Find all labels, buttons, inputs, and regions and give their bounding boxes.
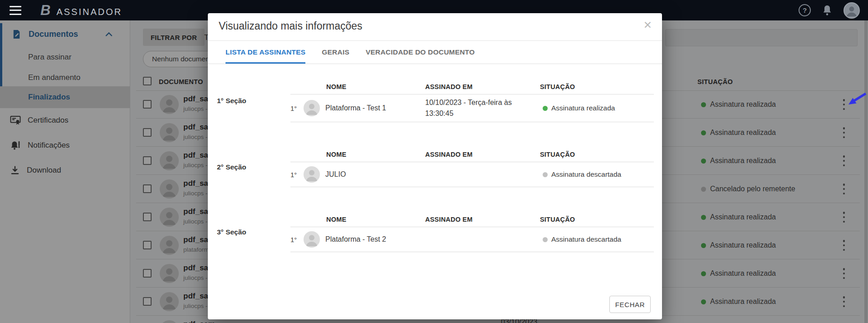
status-dot: [543, 172, 548, 177]
signer-avatar: [304, 166, 320, 183]
status-dot: [543, 237, 548, 242]
signer-row: 1° JULIO Assinatura descartada: [290, 162, 654, 187]
tab-lista-de-assinantes[interactable]: LISTA DE ASSINANTES: [226, 41, 305, 64]
signer-order: 1°: [290, 104, 302, 112]
col-header-assinado-em: ASSINADO EM: [425, 151, 540, 158]
signer-section: 3° Seção NOME ASSINADO EM SITUAÇÃO 1° Pl…: [217, 212, 654, 252]
signer-row: 1° Plataforma - Test 1 10/10/2023 - Terç…: [290, 94, 654, 122]
section-label: 3° Seção: [217, 212, 290, 252]
more-info-modal: Visualizando mais informações ✕ LISTA DE…: [208, 13, 662, 319]
status-label: Assinatura descartada: [551, 235, 621, 243]
signer-name: JULIO: [325, 170, 346, 179]
modal-tabs: LISTA DE ASSINANTES GERAIS VERACIDADE DO…: [208, 41, 662, 64]
person-icon: [844, 3, 859, 18]
logo-b-mark: B: [40, 3, 50, 17]
person-icon: [304, 100, 320, 116]
tab-gerais[interactable]: GERAIS: [322, 41, 349, 64]
signer-order: 1°: [290, 171, 302, 179]
status-dot: [543, 106, 548, 111]
modal-title: Visualizando mais informações: [219, 20, 363, 32]
col-header-assinado-em: ASSINADO EM: [425, 83, 540, 90]
col-header-nome: NOME: [290, 216, 425, 223]
col-header-situacao: SITUAÇÃO: [540, 83, 654, 90]
person-icon: [304, 166, 320, 183]
close-button[interactable]: FECHAR: [609, 296, 651, 313]
mouse-cursor-icon: [848, 92, 868, 108]
signer-avatar: [304, 231, 320, 248]
user-avatar[interactable]: [843, 2, 860, 19]
app-title: ASSINADOR: [56, 7, 122, 17]
status-label: Assinatura descartada: [551, 170, 621, 179]
app-logo: B ASSINADOR: [40, 3, 122, 17]
status-label: Assinatura realizada: [551, 104, 615, 112]
tab-veracidade-do-documento[interactable]: VERACIDADE DO DOCUMENTO: [366, 41, 475, 64]
person-icon: [304, 231, 320, 248]
signed-at: 10/10/2023 - Terça-feira às 13:30:45: [425, 97, 540, 119]
signer-order: 1°: [290, 236, 302, 243]
section-label: 2° Seção: [217, 147, 290, 187]
menu-icon[interactable]: [10, 6, 21, 15]
col-header-situacao: SITUAÇÃO: [540, 151, 654, 158]
col-header-assinado-em: ASSINADO EM: [425, 216, 540, 223]
signer-avatar: [304, 100, 320, 116]
signer-name: Plataforma - Test 2: [325, 235, 386, 243]
help-icon[interactable]: ?: [799, 4, 811, 16]
col-header-situacao: SITUAÇÃO: [540, 216, 654, 223]
notifications-bell-icon[interactable]: [822, 5, 833, 16]
signer-section: 1° Seção NOME ASSINADO EM SITUAÇÃO 1° Pl…: [217, 80, 654, 122]
signer-section: 2° Seção NOME ASSINADO EM SITUAÇÃO 1° JU…: [217, 147, 654, 187]
section-label: 1° Seção: [217, 80, 290, 122]
col-header-nome: NOME: [290, 83, 425, 90]
col-header-nome: NOME: [290, 151, 425, 158]
close-icon[interactable]: ✕: [643, 19, 652, 32]
signer-name: Plataforma - Test 1: [325, 104, 386, 112]
signer-row: 1° Plataforma - Test 2 Assinatura descar…: [290, 227, 654, 252]
